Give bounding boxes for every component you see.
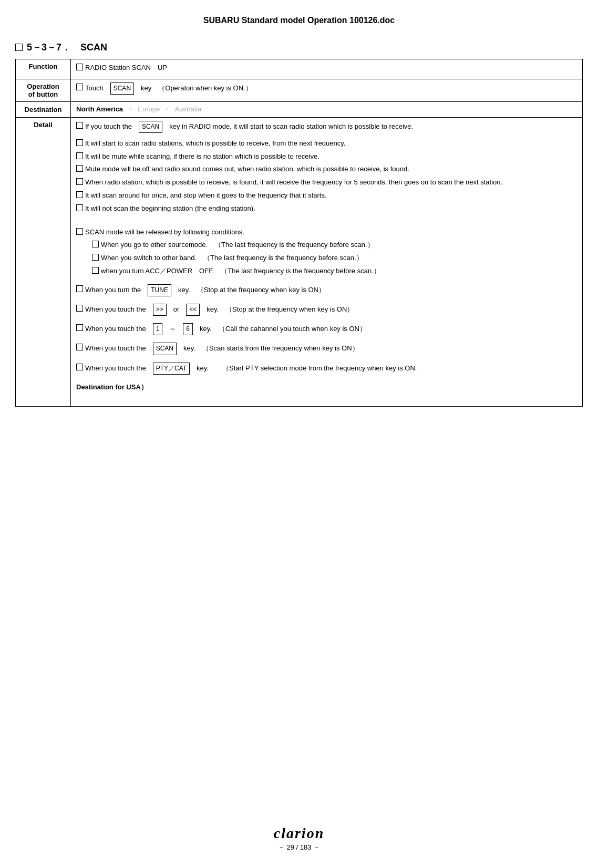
detail-item-11: when you turn ACC／POWER OFF. （The last f… (92, 266, 577, 277)
detail-cb-3 (76, 152, 83, 159)
operation-row: Operationof button Touch SCAN key （Opera… (16, 79, 583, 101)
page-title: SUBARU Standard model Operation 100126.d… (15, 16, 583, 25)
detail-item-12: When you turn the TUNE key. （Stop at the… (76, 284, 577, 296)
detail-text-9: When you go to other sourcemode. （The la… (101, 240, 577, 251)
section-title: 5－3－7． SCAN (27, 41, 107, 54)
detail-text-2: It will start to scan radio stations, wh… (85, 138, 577, 149)
function-label: Function (16, 59, 71, 79)
function-content: RADIO Station SCAN UP (71, 59, 583, 79)
detail-text-11: when you turn ACC／POWER OFF. （The last f… (101, 266, 577, 277)
operation-text: Touch SCAN key （Operaton when key is ON.… (85, 82, 577, 95)
detail-item-6: It will scan around for once, and stop w… (76, 190, 577, 201)
function-row: Function RADIO Station SCAN UP (16, 59, 583, 79)
detail-row: Detail If you touch the SCAN key in RADI… (16, 117, 583, 407)
operation-content: Touch SCAN key （Operaton when key is ON.… (71, 79, 583, 101)
detail-cb-1 (76, 122, 83, 129)
detail-text-14: When you touch the 1 ～ 6 key. （Call the … (85, 323, 577, 335)
detail-text-8: SCAN mode will be released by following … (85, 227, 577, 238)
detail-cb-8 (76, 228, 83, 235)
scan-key-operation: SCAN (110, 82, 134, 95)
detail-item-7: It will not scan the beginning station (… (76, 203, 577, 214)
detail-text-4: Mute mode will be off and radio sound co… (85, 164, 577, 175)
section-checkbox (15, 44, 23, 51)
destination-label: Destination (16, 101, 71, 117)
detail-text-3: It will be mute while scaning, if there … (85, 151, 577, 162)
detail-item-16: When you touch the PTY／CAT key. （Start P… (76, 363, 577, 375)
detail-item-2: It will start to scan radio stations, wh… (76, 138, 577, 149)
operation-item: Touch SCAN key （Operaton when key is ON.… (76, 82, 577, 95)
detail-text-1: If you touch the SCAN key in RADIO mode,… (85, 121, 577, 133)
detail-cb-2 (76, 139, 83, 146)
function-checkbox (76, 64, 83, 70)
detail-cb-4 (76, 165, 83, 172)
detail-text-7: It will not scan the beginning station (… (85, 203, 577, 214)
detail-content: If you touch the SCAN key in RADIO mode,… (71, 117, 583, 407)
detail-text-16: When you touch the PTY／CAT key. （Start P… (85, 363, 577, 375)
detail-item-8: SCAN mode will be released by following … (76, 227, 577, 238)
operation-checkbox (76, 84, 83, 90)
page-number: － 29 / 183 － (0, 843, 598, 852)
footer: clarion － 29 / 183 － (0, 825, 598, 852)
detail-item-1: If you touch the SCAN key in RADIO mode,… (76, 121, 577, 133)
clarion-logo: clarion (0, 825, 598, 842)
destination-content: North America ・ Europe ・ Australia (71, 101, 583, 117)
section-heading: 5－3－7． SCAN (15, 41, 583, 54)
detail-item-15: When you touch the SCAN key. （Scan start… (76, 343, 577, 355)
detail-cb-12 (76, 285, 83, 292)
detail-item-5: When radio station, which is possible to… (76, 177, 577, 188)
operation-label: Operationof button (16, 79, 71, 101)
detail-cb-5 (76, 178, 83, 185)
tune-key: TUNE (148, 284, 171, 296)
detail-cb-11 (92, 267, 99, 274)
scan-key-2: SCAN (153, 343, 177, 355)
destination-row: Destination North America ・ Europe ・ Aus… (16, 101, 583, 117)
detail-item-14: When you touch the 1 ～ 6 key. （Call the … (76, 323, 577, 335)
detail-label: Detail (16, 117, 71, 407)
detail-item-10: When you switch to other band. （The last… (92, 253, 577, 264)
detail-item-9: When you go to other sourcemode. （The la… (92, 240, 577, 251)
detail-item-4: Mute mode will be off and radio sound co… (76, 164, 577, 175)
function-item: RADIO Station SCAN UP (76, 63, 577, 74)
detail-item-13: When you touch the >> or << key. （Stop a… (76, 304, 577, 316)
detail-cb-6 (76, 191, 83, 198)
key-1: 1 (153, 323, 163, 335)
detail-text-6: It will scan around for once, and stop w… (85, 190, 577, 201)
detail-text-12: When you turn the TUNE key. （Stop at the… (85, 284, 577, 296)
detail-text-13: When you touch the >> or << key. （Stop a… (85, 304, 577, 316)
function-text: RADIO Station SCAN UP (85, 63, 577, 74)
dest-australia: Australia (175, 105, 202, 113)
main-table: Function RADIO Station SCAN UP Operation… (15, 59, 583, 407)
detail-cb-9 (92, 241, 99, 247)
detail-cb-15 (76, 344, 83, 350)
key-6: 6 (183, 323, 193, 335)
scan-key-1: SCAN (139, 121, 162, 133)
dest-north-america: North America (76, 105, 123, 113)
detail-text-10: When you switch to other band. （The last… (101, 253, 577, 264)
detail-cb-13 (76, 305, 83, 312)
destination-usa: Destination for USA） (76, 382, 577, 393)
detail-cb-10 (92, 254, 99, 261)
detail-cb-7 (76, 204, 83, 211)
pty-cat-key: PTY／CAT (153, 363, 190, 375)
detail-cb-16 (76, 364, 83, 370)
detail-item-3: It will be mute while scaning, if there … (76, 151, 577, 162)
detail-text-5: When radio station, which is possible to… (85, 177, 577, 188)
ff-key: >> (153, 304, 167, 316)
detail-cb-14 (76, 324, 83, 331)
dest-europe: Europe (138, 105, 160, 113)
detail-text-15: When you touch the SCAN key. （Scan start… (85, 343, 577, 355)
rw-key: << (186, 304, 200, 316)
